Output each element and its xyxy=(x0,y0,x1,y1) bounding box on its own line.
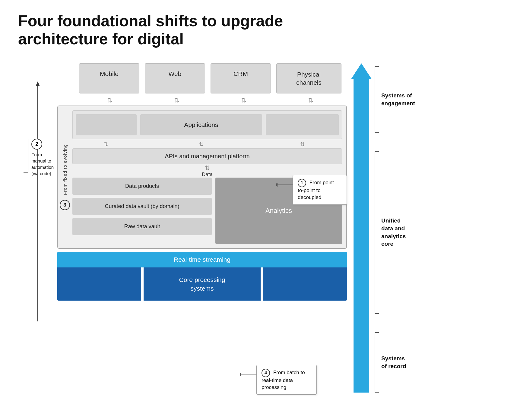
raw-vault-box: Raw data vault xyxy=(72,218,212,235)
arrow-physical-icon: ⇅ xyxy=(280,96,341,104)
systems-record-section: Systemsof record xyxy=(375,332,415,393)
data-products-box: Data products xyxy=(72,178,212,195)
right-section: Systems ofengagement Unifieddata andanal… xyxy=(351,63,415,393)
shift2-circle: 2 xyxy=(31,139,42,150)
channels-row: Mobile Web CRM Physicalchannels xyxy=(79,63,341,94)
center-column: Mobile Web CRM Physicalchannels ⇅ ⇅ ⇅ ⇅ … xyxy=(57,63,347,301)
data-vaults: Data products Curated data vault (by dom… xyxy=(72,178,212,244)
app-box-right xyxy=(266,114,339,135)
callout1-box: 1 From point-to-point todecoupled xyxy=(293,175,347,205)
unified-data-label: Unifieddata andanalyticscore xyxy=(381,217,406,248)
callout4-arrow-icon xyxy=(240,370,258,379)
api-bar: APIs and management platform xyxy=(72,148,342,164)
shift2-annotation: 2 Frommanual toautomation(via code) xyxy=(24,139,54,177)
shift3-circle: 3 xyxy=(60,200,70,210)
shift2-text: Frommanual toautomation(via code) xyxy=(31,151,54,177)
app-box-left xyxy=(76,114,137,135)
blue-arrow-body xyxy=(354,79,369,393)
callout1: 1 From point-to-point todecoupled xyxy=(293,175,347,205)
callout1-arrow-icon xyxy=(276,180,294,189)
callout1-circle: 1 xyxy=(298,179,306,187)
core-left xyxy=(57,267,141,301)
inner-arrow1-icon: ⇅ xyxy=(75,141,136,148)
left-axis: 2 Frommanual toautomation(via code) xyxy=(18,81,57,321)
arrow-crm-icon: ⇅ xyxy=(213,96,274,104)
callout4-box: 4 From batch toreal-time dataprocessing xyxy=(256,365,317,395)
app-box-center: Applications xyxy=(140,114,262,135)
inner-arrow3-icon: ⇅ xyxy=(266,141,339,148)
unified-data-section: Unifieddata andanalyticscore xyxy=(375,151,415,314)
channel-web: Web xyxy=(145,63,205,94)
curated-vault-box: Curated data vault (by domain) xyxy=(72,198,212,215)
channel-mobile: Mobile xyxy=(79,63,139,94)
diagram-container: 2 Frommanual toautomation(via code) Mobi… xyxy=(18,63,496,393)
core-right xyxy=(263,267,347,301)
channel-physical: Physicalchannels xyxy=(276,63,341,94)
right-labels-col: Systems ofengagement Unifieddata andanal… xyxy=(375,63,415,393)
inner-arrows-row: ⇅ ⇅ ⇅ xyxy=(72,140,342,148)
systems-engagement-section: Systems ofengagement xyxy=(375,66,415,133)
blue-arrow-head-icon xyxy=(351,63,372,79)
arrow-web-icon: ⇅ xyxy=(146,96,208,104)
blue-arrow-wrapper xyxy=(351,63,372,393)
data-arrow-icon: ⇅ xyxy=(205,164,210,172)
applications-section: Applications xyxy=(72,110,342,139)
top-arrows-row: ⇅ ⇅ ⇅ ⇅ xyxy=(79,95,341,106)
systems-engagement-label: Systems ofengagement xyxy=(381,92,415,107)
callout4-circle: 4 xyxy=(262,369,270,377)
arrow-mobile-icon: ⇅ xyxy=(79,96,141,104)
shift3-label-wrapper: From fixed to evolving 3 xyxy=(58,106,72,248)
realtime-bar: Real-time streaming xyxy=(57,252,347,267)
axis-arrow-icon xyxy=(36,81,40,86)
page-title: Four foundational shifts to upgrade arch… xyxy=(18,12,290,48)
evolving-label: From fixed to evolving xyxy=(62,144,68,195)
data-label: Data xyxy=(202,172,213,178)
core-center: Core processingsystems xyxy=(144,267,261,301)
callout4: 4 From batch toreal-time dataprocessing xyxy=(256,365,317,395)
inner-arrow2-icon: ⇅ xyxy=(140,141,262,148)
core-row: Core processingsystems xyxy=(57,267,347,301)
axis-line xyxy=(37,86,38,321)
systems-record-label: Systemsof record xyxy=(381,355,406,370)
channel-crm: CRM xyxy=(211,63,271,94)
